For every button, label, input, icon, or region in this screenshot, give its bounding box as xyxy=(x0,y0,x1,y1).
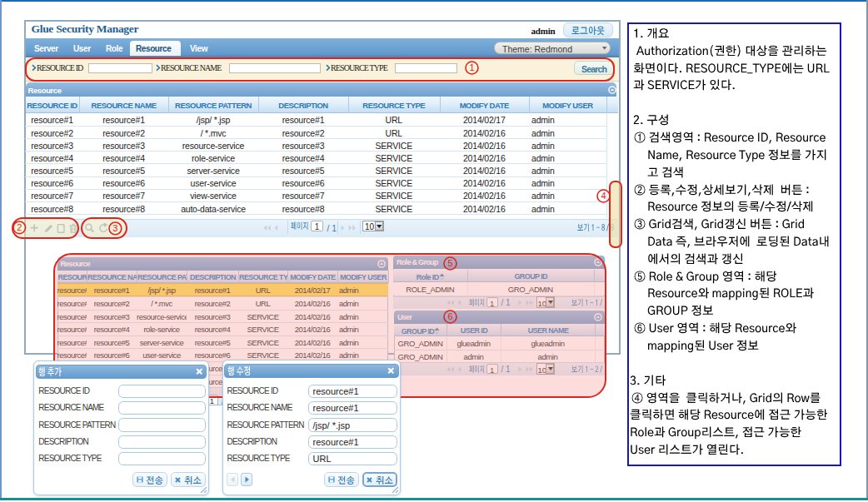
svg-text:3: 3 xyxy=(112,223,117,233)
svg-text:6: 6 xyxy=(447,311,452,321)
svg-text:4: 4 xyxy=(601,191,606,201)
svg-text:5: 5 xyxy=(447,258,452,268)
svg-text:1: 1 xyxy=(469,62,474,72)
svg-text:2: 2 xyxy=(17,222,22,232)
